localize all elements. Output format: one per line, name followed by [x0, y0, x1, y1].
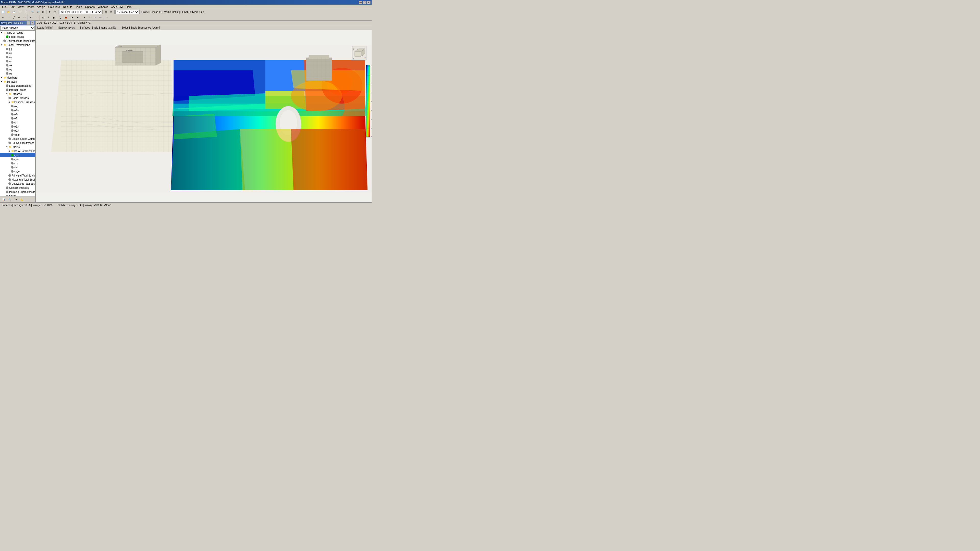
tb-zoom-out[interactable]: 🔎 — [35, 10, 40, 14]
nav-icon-3[interactable]: ⚙ — [13, 197, 18, 202]
menu-window[interactable]: Window — [96, 5, 109, 9]
tb-deform[interactable]: ⟳ — [109, 10, 114, 14]
nav-icon-4[interactable]: 📐 — [19, 197, 24, 202]
tb2-view4[interactable]: 3D — [98, 15, 103, 20]
tree-principal-strains[interactable]: Principal Total Strains — [0, 173, 35, 178]
tb2-snap[interactable]: ⊕ — [0, 15, 6, 20]
combo-loadcase[interactable]: S:CO2 LC1 + LC2 + LC3 + LC4 — [59, 10, 102, 14]
tree-elastic-comp[interactable]: Elastic Stress Components — [0, 137, 35, 141]
tb-undo[interactable]: ↩ — [18, 10, 23, 14]
tree-basic-strains[interactable]: ▼ 📁 Basic Total Strains — [0, 149, 35, 153]
maximize-button[interactable]: □ — [363, 1, 366, 4]
tree-isotropic[interactable]: Isotropic Characteristics — [0, 190, 35, 194]
tb-results[interactable]: R — [103, 10, 108, 14]
scene-container[interactable]: 175.00 600.00 — [36, 30, 372, 202]
tree-u-abs[interactable]: |u| — [0, 47, 35, 51]
tb-redo[interactable]: ↪ — [23, 10, 28, 14]
tree-basic-stresses[interactable]: Basic Stresses — [0, 96, 35, 100]
menu-options[interactable]: Options — [83, 5, 96, 9]
tb-rotate[interactable]: ↻ — [47, 10, 52, 14]
tb-fit[interactable]: ⊡ — [41, 10, 46, 14]
toggle-principal[interactable]: ▼ — [8, 101, 11, 103]
nav-close[interactable]: ✕ — [30, 21, 34, 25]
minimize-button[interactable]: — — [359, 1, 363, 4]
tb2-export[interactable]: 📤 — [63, 15, 68, 20]
menu-help[interactable]: Help — [124, 5, 133, 9]
tb2-node[interactable]: · — [6, 15, 11, 20]
tb-pan[interactable]: ✥ — [52, 10, 58, 14]
tree-contact-stress[interactable]: Contact Stresses — [0, 186, 35, 190]
tree-eyyp[interactable]: εyy+ — [0, 157, 35, 161]
toggle-basic-strains[interactable]: ▼ — [8, 150, 11, 152]
tree-sigma2m[interactable]: σ2- — [0, 116, 35, 121]
tb2-view2[interactable]: Y — [87, 15, 92, 20]
tree-differences[interactable]: Differences to initial state — [0, 39, 35, 43]
tree-principal-stresses[interactable]: ▼ 📁 Principal Stresses — [0, 100, 35, 104]
tree-max-strains[interactable]: Maximum Total Strains — [0, 178, 35, 182]
tb2-select[interactable]: ↖ — [29, 15, 34, 20]
toggle-type-results[interactable]: ▼ — [0, 32, 3, 34]
tree-gamxy[interactable]: γxy+ — [0, 169, 35, 173]
tree-sigma2p[interactable]: σ2,+ — [0, 104, 35, 108]
tb-zoom-in[interactable]: 🔍 — [30, 10, 35, 14]
tb2-stop[interactable]: ■ — [75, 15, 80, 20]
tree-eym[interactable]: εy- — [0, 165, 35, 169]
toggle-stresses[interactable]: ▼ — [6, 93, 8, 95]
tb2-view3[interactable]: Z — [93, 15, 98, 20]
tree-members[interactable]: ▼ 📁 Members — [0, 76, 35, 79]
tree-sig2m[interactable]: σ2,m — [0, 129, 35, 133]
tree-equiv-strains[interactable]: Equivalent Total Strains — [0, 182, 35, 186]
nav-icon-1[interactable]: 📊 — [1, 197, 6, 202]
tree-phim[interactable]: φm — [0, 121, 35, 124]
tree-type-results[interactable]: ▼ 📋 Type of results — [0, 30, 35, 35]
tree-surfaces[interactable]: ▼ 📁 Surfaces — [0, 79, 35, 84]
nav-minimize[interactable]: _ — [27, 21, 30, 25]
tree-equiv-stress[interactable]: Equivalent Stresses — [0, 141, 35, 145]
menu-file[interactable]: File — [0, 5, 8, 9]
tb2-axes[interactable]: ⊞ — [41, 15, 46, 20]
toggle-strains[interactable]: ▼ — [6, 146, 8, 148]
tree-uy[interactable]: uy — [0, 55, 35, 59]
tree-internal-forces[interactable]: Internal Forces — [0, 88, 35, 92]
tb2-delete[interactable]: ✕ — [105, 15, 110, 20]
tb2-wireframe[interactable]: ⋮ — [46, 15, 51, 20]
nav-icon-2[interactable]: 🔍 — [7, 197, 12, 202]
tb2-view1[interactable]: X — [82, 15, 87, 20]
menu-insert[interactable]: Insert — [25, 5, 35, 9]
tree-final-results[interactable]: Final Results — [0, 35, 35, 39]
tb2-run[interactable]: ▶ — [70, 15, 75, 20]
tree-uz[interactable]: uz — [0, 59, 35, 63]
tree-eyxp[interactable]: εy,x+ — [0, 153, 35, 157]
tb2-render[interactable]: ◉ — [51, 15, 56, 20]
tree-shape[interactable]: Shape — [0, 194, 35, 196]
tb-new[interactable]: 📄 — [0, 10, 6, 14]
tree-phix[interactable]: φx — [0, 63, 35, 67]
tree-exm[interactable]: εx- — [0, 161, 35, 165]
tb2-print[interactable]: 🖨 — [58, 15, 63, 20]
tree-local-def[interactable]: Local Deformations — [0, 84, 35, 88]
menu-results[interactable]: Results — [62, 5, 74, 9]
menu-edit[interactable]: Edit — [8, 5, 16, 9]
menu-tools[interactable]: Tools — [74, 5, 83, 9]
close-button[interactable]: ✕ — [367, 1, 371, 4]
tree-strains[interactable]: ▼ 📁 Strains — [0, 145, 35, 149]
tb2-surface[interactable]: ▭ — [17, 15, 22, 20]
tb-open[interactable]: 📂 — [6, 10, 11, 14]
tree-phiy[interactable]: φy — [0, 67, 35, 71]
tb-save[interactable]: 💾 — [11, 10, 16, 14]
toggle-members[interactable]: ▼ — [0, 76, 3, 79]
tree-taumax[interactable]: τmax — [0, 133, 35, 137]
tree-sigma1p[interactable]: σ1+ — [0, 108, 35, 112]
menu-cad-bim[interactable]: CAD-BIM — [109, 5, 124, 9]
tree-sig1m[interactable]: σ1,m — [0, 124, 35, 129]
toggle-global-def[interactable]: ▼ — [0, 44, 3, 46]
menu-calculate[interactable]: Calculate — [47, 5, 62, 9]
tree-phiz[interactable]: φz — [0, 71, 35, 76]
tree-global-def[interactable]: ▼ 📁 Global Deformations — [0, 43, 35, 47]
tree-ux[interactable]: ux — [0, 51, 35, 55]
tb2-window[interactable]: □ — [34, 15, 39, 20]
nav-analysis-combo[interactable]: Static Analysis — [0, 26, 35, 30]
menu-assign[interactable]: Assign — [35, 5, 47, 9]
toggle-surfaces[interactable]: ▼ — [0, 80, 3, 83]
tree-sigma1m[interactable]: σ1- — [0, 112, 35, 116]
